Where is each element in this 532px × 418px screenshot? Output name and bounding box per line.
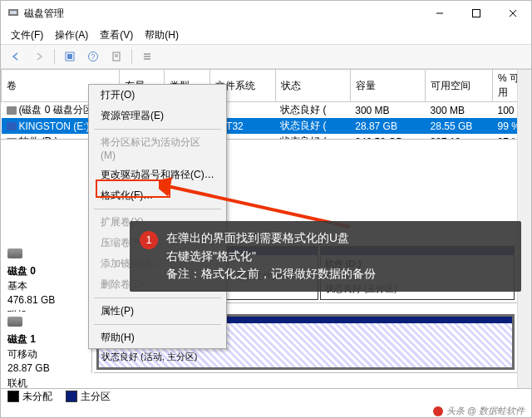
window-title: 磁盘管理 <box>24 7 421 21</box>
help-toolbar-icon[interactable]: ? <box>83 47 103 66</box>
titlebar: 磁盘管理 <box>1 1 531 26</box>
col-capacity[interactable]: 容量 <box>350 70 425 102</box>
ctx-open[interactable]: 打开(O) <box>89 85 226 106</box>
watermark: 头条 @ 数据蛙软件 <box>433 405 525 417</box>
hard-disk-icon <box>7 248 22 258</box>
toolbar-separator <box>54 49 55 64</box>
toolbar: ? <box>1 45 531 69</box>
table-row[interactable]: KINGSTON (E:)简单基本FAT32状态良好 (28.87 GB28.5… <box>2 118 531 134</box>
hard-disk-icon <box>7 317 22 327</box>
watermark-icon <box>433 406 443 416</box>
legend-unallocated: 未分配 <box>7 390 52 404</box>
legend-primary: 主分区 <box>66 390 111 404</box>
svg-text:?: ? <box>91 52 95 61</box>
table-row[interactable]: (磁盘 0 磁盘分区 1)简单基本状态良好 (300 MB300 MB100 % <box>2 102 531 119</box>
back-icon[interactable] <box>6 47 26 66</box>
properties-icon[interactable] <box>106 47 126 66</box>
menu-file[interactable]: 文件(F) <box>6 27 48 44</box>
volume-list: 卷 布局 类型 文件系统 状态 容量 可用空间 % 可用 (磁盘 0 磁盘分区 … <box>1 69 531 140</box>
ctx-help[interactable]: 帮助(H) <box>89 327 226 348</box>
annotation-step-badge: 1 <box>140 231 158 249</box>
svg-rect-1 <box>10 11 17 14</box>
svg-rect-7 <box>67 54 72 59</box>
minimize-button[interactable] <box>421 1 458 26</box>
disk0-label[interactable]: 磁盘 0 基本 476.81 GB 联机 <box>1 243 92 303</box>
callout-line2: 右键选择"格式化" <box>166 248 511 266</box>
menu-view[interactable]: 查看(V) <box>95 27 138 44</box>
ctx-explorer[interactable]: 资源管理器(E) <box>89 106 226 126</box>
disk0-kind: 基本 <box>7 280 27 292</box>
disk0-name: 磁盘 0 <box>7 265 36 277</box>
disk1-kind: 可移动 <box>7 348 37 360</box>
column-headers: 卷 布局 类型 文件系统 状态 容量 可用空间 % 可用 <box>2 70 531 102</box>
disk1-state: 联机 <box>7 377 27 389</box>
table-row[interactable]: 软件 (D:)状态良好 (346.52 GB337.19 …97 % <box>2 134 531 140</box>
menu-help[interactable]: 帮助(H) <box>140 27 184 44</box>
context-menu: 打开(O) 资源管理器(E) 将分区标记为活动分区(M) 更改驱动器号和路径(C… <box>88 84 227 349</box>
refresh-icon[interactable] <box>60 47 80 66</box>
col-status[interactable]: 状态 <box>275 70 350 102</box>
forward-icon[interactable] <box>29 47 49 66</box>
disk0-size: 476.81 GB <box>7 294 55 306</box>
legend: 未分配 主分区 <box>1 388 531 404</box>
ctx-change-letter[interactable]: 更改驱动器号和路径(C)… <box>89 165 226 185</box>
disk1-name: 磁盘 1 <box>7 333 36 345</box>
annotation-callout: 1 在弹出的界面找到需要格式化的U盘 右键选择"格式化" 备注：格式化之前，记得… <box>130 221 521 292</box>
ctx-format[interactable]: 格式化(F)… <box>89 185 226 206</box>
svg-rect-3 <box>473 10 480 17</box>
disk1-label[interactable]: 磁盘 1 可移动 28.87 GB 联机 <box>1 312 92 373</box>
disk-management-window: 磁盘管理 文件(F) 操作(A) 查看(V) 帮助(H) ? 卷 布局 类型 文… <box>0 0 532 418</box>
close-button[interactable] <box>495 1 531 26</box>
ctx-properties[interactable]: 属性(P) <box>89 301 226 322</box>
app-icon <box>7 7 19 21</box>
list-icon[interactable] <box>137 47 157 66</box>
menubar: 文件(F) 操作(A) 查看(V) 帮助(H) <box>1 26 531 45</box>
col-free[interactable]: 可用空间 <box>426 70 493 102</box>
disk1-size: 28.87 GB <box>7 362 50 374</box>
toolbar-separator <box>131 49 132 64</box>
menu-action[interactable]: 操作(A) <box>50 27 93 44</box>
ctx-mark-active: 将分区标记为活动分区(M) <box>89 132 226 165</box>
maximize-button[interactable] <box>458 1 495 26</box>
callout-line3: 备注：格式化之前，记得做好数据的备份 <box>166 265 511 283</box>
callout-line1: 在弹出的界面找到需要格式化的U盘 <box>166 229 511 248</box>
